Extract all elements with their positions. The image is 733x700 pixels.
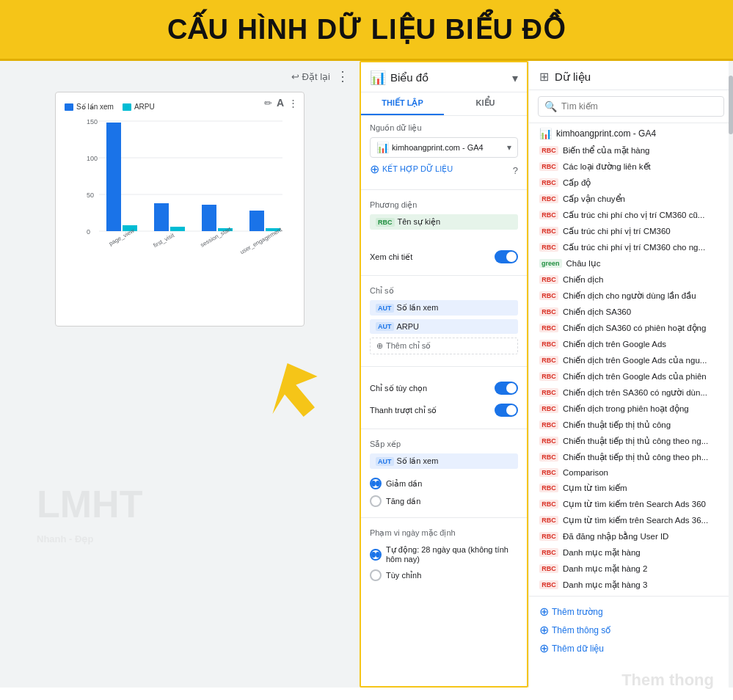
- dimension-chip[interactable]: RBC Tên sự kiện: [370, 214, 518, 230]
- panel-header-left: 📊 Biểu đồ: [370, 70, 429, 86]
- list-item[interactable]: RBC Cấu trúc chi phí vị trí CM360 cho ng…: [529, 239, 733, 255]
- source-chart-icon: 📊: [539, 128, 552, 139]
- item-text: Chiến dịch trên Google Ads: [563, 339, 666, 349]
- text-icon[interactable]: A: [277, 97, 284, 109]
- sort-option-desc[interactable]: Giảm dần: [370, 475, 518, 492]
- detail-toggle-label: Xem chi tiết: [370, 252, 412, 262]
- item-text: Cấp vận chuyển: [563, 194, 625, 204]
- item-badge: RBC: [539, 404, 558, 413]
- item-text: Chiến dịch cho người dùng lần đầu: [563, 291, 696, 301]
- watermark-logo: LMHT: [37, 482, 142, 526]
- list-item[interactable]: RBC Cấp vận chuyển: [529, 191, 733, 207]
- sort-option-asc[interactable]: Tăng dần: [370, 492, 518, 510]
- list-item[interactable]: RBC Đã đăng nhập bằng User ID: [529, 528, 733, 544]
- item-text: Chiến dịch SA360: [563, 307, 631, 317]
- bar-user-engagement-sessions: [249, 211, 264, 231]
- sort-chip[interactable]: AUT Số lần xem: [370, 453, 518, 469]
- list-item[interactable]: green Châu lục: [529, 255, 733, 271]
- item-badge: RBC: [539, 580, 558, 589]
- list-item[interactable]: RBC Chiến dịch trong phiên hoạt động: [529, 401, 733, 417]
- bar-session-start-sessions: [202, 205, 216, 231]
- list-item[interactable]: RBC Chiến dịch trên SA360 có người dùn..…: [529, 384, 733, 401]
- date-auto-option[interactable]: Tự động: 28 ngày qua (không tính hôm nay…: [370, 542, 518, 566]
- list-item[interactable]: RBC Danh mục mặt hàng 3: [529, 577, 733, 593]
- more-options-button[interactable]: ⋮: [336, 68, 349, 84]
- metrics-section: Chỉ số AUT Số lần xem AUT ARPU ⊕ Thêm ch…: [361, 279, 527, 363]
- list-item[interactable]: RBC Chiến thuật tiếp thị thủ công theo n…: [529, 433, 733, 449]
- list-item[interactable]: RBC Chiến thuật tiếp thị thủ công theo p…: [529, 449, 733, 465]
- item-text: Chiến dịch trên Google Ads của phiên: [563, 371, 707, 382]
- item-badge: RBC: [539, 356, 558, 365]
- metric-chip-0[interactable]: AUT Số lần xem: [370, 300, 518, 316]
- add-data-link[interactable]: ⊕ Thêm dữ liệu: [539, 639, 723, 657]
- custom-metric-section: Chỉ số tùy chọn Thanh trượt chỉ số: [361, 370, 527, 426]
- list-item[interactable]: RBC Comparison: [529, 465, 733, 480]
- list-item[interactable]: RBC Biến thể của mặt hàng: [529, 142, 733, 158]
- list-item[interactable]: RBC Cụm từ tìm kiếm: [529, 480, 733, 496]
- slider-toggle[interactable]: [495, 404, 518, 417]
- bar-chart-svg: 150 100 50 0: [73, 115, 286, 277]
- detail-toggle[interactable]: [495, 250, 518, 263]
- list-item[interactable]: RBC Chiến dịch SA360 có phiên hoạt động: [529, 320, 733, 336]
- item-text: Châu lục: [566, 258, 601, 269]
- item-badge: RBC: [539, 324, 558, 332]
- list-item[interactable]: RBC Cụm từ tìm kiếm trên Search Ads 360: [529, 496, 733, 512]
- right-panel-header: ⊞ Dữ liệu: [529, 61, 733, 90]
- panel-chevron-down-icon[interactable]: ▾: [512, 71, 518, 85]
- date-custom-option[interactable]: Tùy chỉnh: [370, 566, 518, 584]
- list-item[interactable]: RBC Chiến dịch trên Google Ads: [529, 336, 733, 352]
- legend-item-sessions: Số lần xem: [65, 103, 114, 111]
- dimension-section: Phương diện RBC Tên sự kiện: [361, 193, 527, 238]
- tab-thiet-lap[interactable]: THIẾT LẬP: [361, 92, 444, 115]
- custom-metric-toggle[interactable]: [495, 382, 518, 395]
- item-badge: RBC: [539, 564, 558, 573]
- list-item[interactable]: RBC Chiến dịch trên Google Ads của ngu..…: [529, 352, 733, 368]
- search-icon: 🔍: [544, 101, 557, 112]
- add-metric-link-icon: ⊕: [539, 623, 549, 637]
- undo-icon: ↩: [291, 71, 299, 82]
- right-footer: ⊕ Thêm trường ⊕ Thêm thông số ⊕ Thêm dữ …: [529, 596, 733, 663]
- metric-chip-1[interactable]: AUT ARPU: [370, 319, 518, 334]
- sort-text: Số lần xem: [397, 456, 439, 466]
- tab-kieu[interactable]: KIỂU: [444, 92, 527, 115]
- slider-toggle-row: Thanh trượt chỉ số: [370, 399, 518, 421]
- scrollbar-thumb[interactable]: [729, 76, 733, 134]
- help-icon[interactable]: ?: [513, 165, 518, 176]
- add-metric-link[interactable]: ⊕ Thêm thông số: [539, 621, 723, 639]
- source-dropdown[interactable]: 📊 kimhoangprint.com - GA4 ▾: [370, 137, 518, 158]
- list-item[interactable]: RBC Danh mục mặt hàng: [529, 544, 733, 561]
- list-item[interactable]: RBC Danh mục mặt hàng 2: [529, 561, 733, 577]
- list-item[interactable]: RBC Chiến dịch cho người dùng lần đầu: [529, 288, 733, 304]
- search-input[interactable]: [561, 101, 718, 112]
- list-item[interactable]: RBC Chiến dịch trên Google Ads của phiên: [529, 368, 733, 384]
- plus-icon: ⊕: [370, 162, 379, 176]
- list-item[interactable]: RBC Chiến dịch: [529, 271, 733, 288]
- list-item[interactable]: RBC Chiến dịch SA360: [529, 304, 733, 320]
- date-custom-label: Tùy chỉnh: [386, 571, 421, 580]
- list-item[interactable]: RBC Cụm từ tìm kiếm trên Search Ads 36..…: [529, 512, 733, 528]
- list-item[interactable]: RBC Cấu trúc chi phí cho vị trí CM360 cũ…: [529, 207, 733, 223]
- metric-badge-0: AUT: [376, 304, 394, 313]
- right-panel-title: Dữ liệu: [555, 70, 591, 84]
- item-badge: RBC: [539, 178, 558, 187]
- list-item[interactable]: RBC Cấu trúc chi phí vị trí CM360: [529, 223, 733, 239]
- detail-section: Xem chi tiết: [361, 238, 527, 272]
- item-text: Danh mục mặt hàng 3: [563, 580, 647, 590]
- add-metric-button[interactable]: ⊕ Thêm chỉ số: [370, 338, 518, 354]
- options-icon[interactable]: ⋮: [288, 98, 298, 109]
- blend-button[interactable]: ⊕ KẾT HỢP DỮ LIỆU: [370, 162, 453, 176]
- add-metric-link-label: Thêm thông số: [552, 625, 610, 635]
- item-text: Cụm từ tìm kiếm: [563, 483, 627, 493]
- edit-icon[interactable]: ✏: [264, 98, 272, 109]
- panel-tabs: THIẾT LẬP KIỂU: [361, 92, 527, 116]
- chart-icon: 📊: [370, 70, 386, 86]
- reset-button[interactable]: ↩ Đặt lại: [291, 71, 330, 82]
- list-item[interactable]: RBC Các loại đường liên kết: [529, 158, 733, 175]
- data-list: RBC Biến thể của mặt hàng RBC Các loại đ…: [529, 142, 733, 596]
- item-text: Biến thể của mặt hàng: [563, 145, 650, 156]
- item-badge: RBC: [539, 307, 558, 316]
- list-item[interactable]: RBC Cấp độ: [529, 175, 733, 191]
- sort-section: Sắp xếp AUT Số lần xem Giảm dần Tăng dần: [361, 432, 527, 514]
- add-field-link[interactable]: ⊕ Thêm trường: [539, 602, 723, 621]
- list-item[interactable]: RBC Chiến thuật tiếp thị thủ công: [529, 417, 733, 433]
